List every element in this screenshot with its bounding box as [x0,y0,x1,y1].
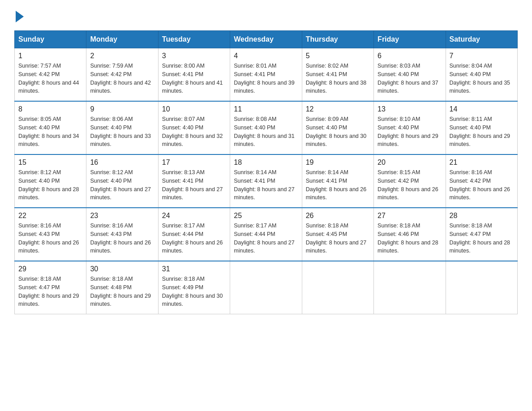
day-info: Sunrise: 8:14 AMSunset: 4:41 PMDaylight:… [234,169,295,201]
day-info: Sunrise: 8:02 AMSunset: 4:41 PMDaylight:… [306,63,367,94]
col-header-monday: Monday [86,31,158,48]
calendar-cell: 17 Sunrise: 8:13 AMSunset: 4:41 PMDaylig… [158,154,230,208]
calendar-week-row: 29 Sunrise: 8:18 AMSunset: 4:47 PMDaylig… [15,261,518,314]
calendar-week-row: 8 Sunrise: 8:05 AMSunset: 4:40 PMDayligh… [15,101,518,154]
day-number: 19 [306,158,370,167]
calendar-cell: 11 Sunrise: 8:08 AMSunset: 4:40 PMDaylig… [230,101,302,154]
calendar-cell [374,261,446,314]
day-number: 25 [234,212,298,220]
day-info: Sunrise: 8:09 AMSunset: 4:40 PMDaylight:… [306,116,367,147]
day-number: 1 [18,52,82,60]
day-number: 15 [18,158,82,167]
calendar-cell: 12 Sunrise: 8:09 AMSunset: 4:40 PMDaylig… [302,101,373,154]
day-info: Sunrise: 8:18 AMSunset: 4:46 PMDaylight:… [378,223,438,254]
calendar-cell: 8 Sunrise: 8:05 AMSunset: 4:40 PMDayligh… [15,101,86,154]
day-number: 29 [18,265,82,273]
day-number: 24 [162,212,226,220]
day-info: Sunrise: 8:06 AMSunset: 4:40 PMDaylight:… [90,116,151,147]
calendar-cell: 24 Sunrise: 8:17 AMSunset: 4:44 PMDaylig… [158,208,230,261]
col-header-tuesday: Tuesday [158,31,230,48]
day-info: Sunrise: 8:18 AMSunset: 4:49 PMDaylight:… [162,276,223,307]
day-number: 22 [18,212,82,220]
col-header-friday: Friday [374,31,446,48]
calendar-cell [446,261,517,314]
calendar-cell: 23 Sunrise: 8:16 AMSunset: 4:43 PMDaylig… [86,208,158,261]
day-number: 27 [378,212,442,220]
day-info: Sunrise: 8:16 AMSunset: 4:42 PMDaylight:… [450,169,511,201]
calendar-cell: 6 Sunrise: 8:03 AMSunset: 4:40 PMDayligh… [374,48,446,102]
col-header-saturday: Saturday [446,31,517,48]
calendar-cell: 5 Sunrise: 8:02 AMSunset: 4:41 PMDayligh… [302,48,373,102]
calendar-header-row: SundayMondayTuesdayWednesdayThursdayFrid… [15,31,518,48]
day-number: 11 [234,105,298,113]
calendar-cell: 31 Sunrise: 8:18 AMSunset: 4:49 PMDaylig… [158,261,230,314]
calendar-cell: 3 Sunrise: 8:00 AMSunset: 4:41 PMDayligh… [158,48,230,102]
day-info: Sunrise: 8:17 AMSunset: 4:44 PMDaylight:… [162,223,223,254]
day-info: Sunrise: 8:12 AMSunset: 4:40 PMDaylight:… [90,169,151,201]
calendar-cell: 16 Sunrise: 8:12 AMSunset: 4:40 PMDaylig… [86,154,158,208]
day-info: Sunrise: 8:18 AMSunset: 4:48 PMDaylight:… [90,276,151,307]
calendar-week-row: 15 Sunrise: 8:12 AMSunset: 4:40 PMDaylig… [15,154,518,208]
day-info: Sunrise: 8:04 AMSunset: 4:40 PMDaylight:… [450,63,511,94]
day-info: Sunrise: 8:12 AMSunset: 4:40 PMDaylight:… [18,169,79,201]
col-header-wednesday: Wednesday [230,31,302,48]
day-number: 13 [378,105,442,113]
calendar-cell: 29 Sunrise: 8:18 AMSunset: 4:47 PMDaylig… [15,261,86,314]
calendar-cell: 10 Sunrise: 8:07 AMSunset: 4:40 PMDaylig… [158,101,230,154]
calendar-cell: 2 Sunrise: 7:59 AMSunset: 4:42 PMDayligh… [86,48,158,102]
calendar-cell: 18 Sunrise: 8:14 AMSunset: 4:41 PMDaylig… [230,154,302,208]
day-info: Sunrise: 8:11 AMSunset: 4:40 PMDaylight:… [450,116,511,147]
calendar-cell: 9 Sunrise: 8:06 AMSunset: 4:40 PMDayligh… [86,101,158,154]
calendar-cell: 22 Sunrise: 8:16 AMSunset: 4:43 PMDaylig… [15,208,86,261]
day-number: 12 [306,105,370,113]
day-info: Sunrise: 8:05 AMSunset: 4:40 PMDaylight:… [18,116,79,147]
calendar-cell: 28 Sunrise: 8:18 AMSunset: 4:47 PMDaylig… [446,208,517,261]
day-info: Sunrise: 8:00 AMSunset: 4:41 PMDaylight:… [162,63,223,94]
day-info: Sunrise: 8:01 AMSunset: 4:41 PMDaylight:… [234,63,295,94]
day-number: 9 [90,105,154,113]
day-number: 26 [306,212,370,220]
day-info: Sunrise: 8:03 AMSunset: 4:40 PMDaylight:… [378,63,438,94]
day-info: Sunrise: 8:18 AMSunset: 4:45 PMDaylight:… [306,223,367,254]
day-number: 14 [450,105,514,113]
day-info: Sunrise: 8:18 AMSunset: 4:47 PMDaylight:… [18,276,79,307]
day-info: Sunrise: 8:18 AMSunset: 4:47 PMDaylight:… [450,223,511,254]
calendar-cell: 26 Sunrise: 8:18 AMSunset: 4:45 PMDaylig… [302,208,373,261]
day-info: Sunrise: 7:57 AMSunset: 4:42 PMDaylight:… [18,63,79,94]
day-number: 31 [162,265,226,273]
calendar-cell: 25 Sunrise: 8:17 AMSunset: 4:44 PMDaylig… [230,208,302,261]
calendar-cell: 30 Sunrise: 8:18 AMSunset: 4:48 PMDaylig… [86,261,158,314]
calendar-cell: 7 Sunrise: 8:04 AMSunset: 4:40 PMDayligh… [446,48,517,102]
day-number: 7 [450,52,514,60]
day-number: 5 [306,52,370,60]
day-number: 23 [90,212,154,220]
day-info: Sunrise: 8:16 AMSunset: 4:43 PMDaylight:… [90,223,151,254]
calendar-week-row: 22 Sunrise: 8:16 AMSunset: 4:43 PMDaylig… [15,208,518,261]
day-info: Sunrise: 8:08 AMSunset: 4:40 PMDaylight:… [234,116,295,147]
day-info: Sunrise: 7:59 AMSunset: 4:42 PMDaylight:… [90,63,151,94]
col-header-thursday: Thursday [302,31,373,48]
page-header [14,11,518,23]
col-header-sunday: Sunday [15,31,86,48]
calendar-cell: 20 Sunrise: 8:15 AMSunset: 4:42 PMDaylig… [374,154,446,208]
day-number: 18 [234,158,298,167]
calendar-cell [302,261,373,314]
day-number: 30 [90,265,154,273]
day-info: Sunrise: 8:16 AMSunset: 4:43 PMDaylight:… [18,223,79,254]
logo-triangle-icon [16,11,24,22]
day-number: 3 [162,52,226,60]
day-info: Sunrise: 8:15 AMSunset: 4:42 PMDaylight:… [378,169,438,201]
day-number: 20 [378,158,442,167]
day-number: 10 [162,105,226,113]
calendar-cell: 1 Sunrise: 7:57 AMSunset: 4:42 PMDayligh… [15,48,86,102]
calendar-cell: 19 Sunrise: 8:14 AMSunset: 4:41 PMDaylig… [302,154,373,208]
calendar-cell: 14 Sunrise: 8:11 AMSunset: 4:40 PMDaylig… [446,101,517,154]
day-info: Sunrise: 8:13 AMSunset: 4:41 PMDaylight:… [162,169,223,201]
day-number: 21 [450,158,514,167]
day-info: Sunrise: 8:17 AMSunset: 4:44 PMDaylight:… [234,223,295,254]
day-number: 17 [162,158,226,167]
calendar-cell: 21 Sunrise: 8:16 AMSunset: 4:42 PMDaylig… [446,154,517,208]
day-number: 2 [90,52,154,60]
day-number: 16 [90,158,154,167]
day-number: 8 [18,105,82,113]
